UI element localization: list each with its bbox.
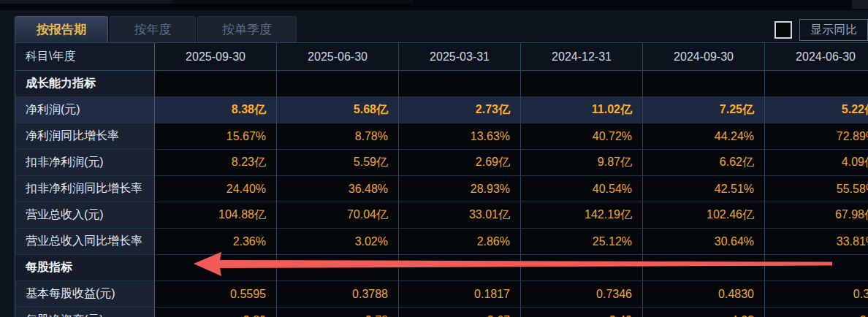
cell-value: 0.7346 [521, 281, 643, 308]
column-header-date: 2024-09-30 [643, 43, 765, 71]
cell-value: 42.51% [643, 176, 765, 202]
cell-value: 8.23亿 [155, 150, 277, 176]
table-row: 基本每股收益(元)0.55950.37880.18170.73460.48300… [15, 281, 868, 308]
cell-value: 5.59亿 [277, 150, 399, 176]
row-label: 每股指标 [15, 255, 155, 281]
row-label: 净利润同比增长率 [15, 123, 155, 150]
column-header-date: 2025-09-30 [155, 43, 277, 71]
cell-value: 102.46亿 [643, 202, 765, 229]
cell-value: 44.24% [643, 123, 765, 150]
cell-value: 0.1817 [399, 281, 521, 308]
table-row: 净利润同比增长率15.67%8.78%13.63%40.72%44.24%72.… [15, 123, 868, 150]
table-row: 营业总收入同比增长率2.36%3.02%2.86%25.12%30.64%33.… [15, 229, 868, 255]
cell-value [765, 255, 868, 281]
cell-value [277, 71, 399, 97]
cell-value: 5.22亿 [765, 97, 868, 123]
cell-value: 3.67 [399, 308, 521, 317]
cell-value: 40.72% [521, 123, 643, 150]
cell-value: 9.87亿 [521, 150, 643, 176]
cell-value [521, 255, 643, 281]
table-row: 成长能力指标 [15, 71, 868, 97]
cell-value: 104.88亿 [155, 202, 277, 229]
cell-value: 28.93% [399, 176, 521, 202]
cell-value: 3.49 [521, 308, 643, 317]
cell-value [277, 255, 399, 281]
period-tabs: 按报告期按年度按单季度 [15, 16, 297, 42]
column-header-date: 2024-12-31 [521, 43, 643, 71]
row-label: 扣非净利润同比增长率 [15, 176, 155, 202]
cell-value: 3.4 [765, 308, 868, 317]
top-window-strip [0, 0, 868, 10]
cell-value: 33.01亿 [399, 202, 521, 229]
row-label: 营业总收入同比增长率 [15, 229, 155, 255]
cell-value: 72.89% [765, 123, 868, 150]
table-row: 净利润(元)8.38亿5.68亿2.73亿11.02亿7.25亿5.22亿 [15, 97, 868, 123]
table-row: 每股净资产(元)3.893.783.673.494.023.4 [15, 308, 868, 317]
cell-value: 2.69亿 [399, 150, 521, 176]
cell-value: 11.02亿 [521, 97, 643, 123]
tab-report-period[interactable]: 按报告期 [15, 16, 108, 42]
row-label: 成长能力指标 [15, 71, 155, 97]
cell-value: 0.5595 [155, 281, 277, 308]
cell-value: 33.81% [765, 229, 868, 255]
cell-value: 2.73亿 [399, 97, 521, 123]
cell-value [765, 71, 868, 97]
table-header-row: 科目\年度2025-09-302025-06-302025-03-312024-… [15, 43, 868, 71]
cell-value [521, 71, 643, 97]
cell-value [155, 255, 277, 281]
top-strip-segment [852, 0, 868, 9]
tab-annual[interactable]: 按年度 [110, 16, 196, 42]
cell-value: 3.78 [277, 308, 399, 317]
cell-value: 8.78% [277, 123, 399, 150]
cell-value: 0.4830 [643, 281, 765, 308]
cell-value: 2.36% [155, 229, 277, 255]
cell-value: 5.68亿 [277, 97, 399, 123]
row-label: 扣非净利润(元) [15, 150, 155, 176]
cell-value: 67.98亿 [765, 202, 868, 229]
column-header-date: 2025-03-31 [399, 43, 521, 71]
cell-value [155, 71, 277, 97]
tab-single-quarter[interactable]: 按单季度 [197, 16, 297, 42]
cell-value [399, 71, 521, 97]
cell-value: 36.48% [277, 176, 399, 202]
cell-value [399, 255, 521, 281]
row-label: 营业总收入(元) [15, 202, 155, 229]
cell-value: 8.38亿 [155, 97, 277, 123]
table-row: 营业总收入(元)104.88亿70.04亿33.01亿142.19亿102.46… [15, 202, 868, 229]
table-row: 每股指标 [15, 255, 868, 281]
row-label: 净利润(元) [15, 97, 155, 123]
top-strip-segment [0, 0, 172, 4]
cell-value [643, 71, 765, 97]
cell-value: 15.67% [155, 123, 277, 150]
cell-value: 13.63% [399, 123, 521, 150]
cell-value: 0.3788 [277, 281, 399, 308]
cell-value: 3.89 [155, 308, 277, 317]
table-row: 扣非净利润同比增长率24.40%36.48%28.93%40.54%42.51%… [15, 176, 868, 202]
yoy-controls: 显示同比 [774, 19, 868, 41]
cell-value: 3.02% [277, 229, 399, 255]
financial-indicators-table: 科目\年度2025-09-302025-06-302025-03-312024-… [15, 42, 868, 317]
cell-value: 30.64% [643, 229, 765, 255]
cell-value: 7.25亿 [643, 97, 765, 123]
cell-value: 55.58% [765, 176, 868, 202]
cell-value: 2.86% [399, 229, 521, 255]
cell-value [643, 255, 765, 281]
show-yoy-checkbox[interactable] [774, 21, 792, 39]
cell-value: 4.09亿 [765, 150, 868, 176]
column-header-date: 2024-06-30 [765, 43, 868, 71]
cell-value: 0.34 [765, 281, 868, 308]
cell-value: 70.04亿 [277, 202, 399, 229]
cell-value: 24.40% [155, 176, 277, 202]
cell-value: 40.54% [521, 176, 643, 202]
column-header-date: 2025-06-30 [277, 43, 399, 71]
column-header-subject: 科目\年度 [15, 43, 155, 71]
row-label: 每股净资产(元) [15, 308, 155, 317]
cell-value: 6.62亿 [643, 150, 765, 176]
row-label: 基本每股收益(元) [15, 281, 155, 308]
cell-value: 142.19亿 [521, 202, 643, 229]
show-yoy-button[interactable]: 显示同比 [799, 19, 868, 41]
cell-value: 4.02 [643, 308, 765, 317]
table-row: 扣非净利润(元)8.23亿5.59亿2.69亿9.87亿6.62亿4.09亿 [15, 150, 868, 176]
cell-value: 25.12% [521, 229, 643, 255]
top-strip-segment [172, 0, 413, 4]
